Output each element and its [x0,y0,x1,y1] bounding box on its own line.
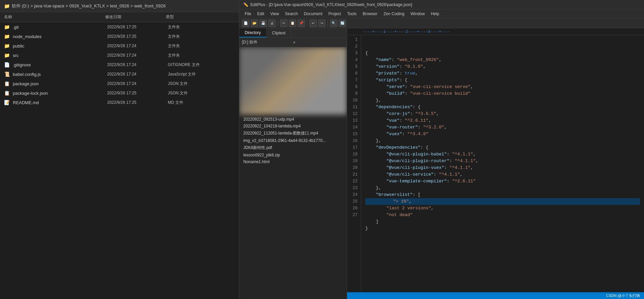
menu-zen coding[interactable]: Zen Coding [381,11,407,17]
col-date-header: 修改日期 [105,14,166,20]
dir-dropdown-label: [D:] 软件 [242,39,293,45]
file-date: 2022/9/26 17:25 [107,34,168,39]
toolbar-find[interactable]: 🔍 [330,20,337,27]
dir-tree-area: 20220922_092513-udp.mp420220922_104218-l… [239,47,347,299]
code-line: "build": "vue-cli-service build" [365,90,640,97]
line-number: 1 [347,36,358,43]
file-row[interactable]: 📁 .git 2022/9/26 17:25 文件夹 [0,22,239,32]
code-line: "dependencies": { [365,104,640,111]
tab-directory[interactable]: Directory [239,28,267,37]
toolbar-save[interactable]: 💾 [259,20,267,27]
toolbar-new[interactable]: 📄 [242,20,249,27]
file-name: .gitignore [13,62,107,67]
line-number: 15 [347,131,358,138]
toolbar-paste[interactable]: 📌 [298,20,305,27]
file-icon: 📝 [4,100,11,105]
code-line: "vue-template-compiler": "^2.6.11" [365,178,640,185]
menu-edit[interactable]: Edit [254,11,267,17]
file-icon: 📁 [4,43,11,49]
toolbar-cut[interactable]: ✂ [280,20,287,27]
menu-search[interactable]: Search [282,11,301,17]
menubar: FileEditViewSearchDocumentProjectToolsBr… [239,9,644,18]
breadcrumb: 📁 软件 (D:) > java-Vue-space > 0926_Vue3_K… [0,0,239,12]
toolbar-undo[interactable]: ↩ [309,20,317,27]
file-name: babel.config.js [13,72,107,77]
file-date: 2022/9/26 17:24 [107,72,168,77]
file-row[interactable]: 📁 node_modules 2022/9/26 17:25 文件夹 [0,32,239,41]
file-type: JSON 文件 [168,90,235,96]
toolbar-replace[interactable]: 🔄 [339,20,346,27]
file-row[interactable]: 📁 public 2022/9/26 17:24 文件夹 [0,41,239,51]
code-editor: ----+----1----+----2----+----3----+---- … [347,28,644,299]
dir-file-item[interactable]: img_v2_b3718081-2961-4a44-9132-4b1770... [239,137,347,144]
file-list: 📁 .git 2022/9/26 17:25 文件夹 📁 node_module… [0,22,239,299]
code-line: "devDependencies": { [365,144,640,151]
line-number: 22 [347,178,358,185]
code-line: } [365,225,640,232]
file-icon: 📁 [4,34,11,39]
col-type-header: 类型 [166,14,235,20]
dir-file-item[interactable]: 20220922_092513-udp.mp4 [239,116,347,123]
menu-file[interactable]: File [242,11,254,17]
dir-file-item[interactable]: 20220922_104218-lambda.mp4 [239,123,347,129]
file-row[interactable]: 📄 .gitignore 2022/9/26 17:24 GITIGNORE 文… [0,60,239,69]
menu-window[interactable]: Window [408,11,428,17]
toolbar-redo[interactable]: ↪ [318,20,326,27]
code-line: "core-js": "^3.6.5", [365,111,640,117]
line-number: 18 [347,151,358,158]
dir-file-list: 20220922_092513-udp.mp420220922_104218-l… [239,115,347,167]
code-line: ▶ "> 1%", [365,198,640,205]
file-date: 2022/9/26 17:25 [107,25,168,29]
code-line: "serve": "vue-cli-service serve", [365,84,640,90]
code-line: "vue": "^2.6.11", [365,117,640,124]
code-area[interactable]: 1234567891011121314151617181920212223242… [347,35,644,292]
file-row[interactable]: 📜 babel.config.js 2022/9/26 17:24 JavaSc… [0,69,239,79]
dir-file-item[interactable]: Noname1.html [239,158,347,165]
menu-help[interactable]: Help [428,11,442,17]
file-icon: 📄 [4,62,11,67]
code-line: "version": "0.1.0", [365,63,640,70]
file-explorer: 📁 软件 (D:) > java-Vue-space > 0926_Vue3_K… [0,0,239,299]
code-line: "vuex": "^3.4.0" [365,131,640,138]
toolbar[interactable]: 📄 📂 💾 🖨 ✂ 📋 📌 ↩ ↪ 🔍 🔄 [239,18,644,28]
menu-project[interactable]: Project [326,11,344,17]
toolbar-copy[interactable]: 📋 [289,20,296,27]
file-icon: 📋 [4,81,11,86]
file-type: 文件夹 [168,53,235,58]
toolbar-print[interactable]: 🖨 [268,20,276,27]
file-row[interactable]: 📝 README.md 2022/9/26 17:25 MD 文件 [0,98,239,107]
sidebar-tabs: Directory Cliptext [239,28,347,38]
file-row[interactable]: 📋 package.json 2022/9/26 17:24 JSON 文件 [0,79,239,88]
file-row[interactable]: 📋 package-lock.json 2022/9/26 17:25 JSON… [0,88,239,98]
file-icon: 📁 [4,24,11,30]
code-line: "@vue/cli-plugin-router": "^4.1.1", [365,158,640,165]
file-icon: 📁 [4,53,11,58]
code-line: ] [365,218,640,225]
line-number: 7 [347,77,358,84]
file-name: .git [13,25,107,30]
line-number: 13 [347,117,358,124]
dir-file-item[interactable]: lesson0922_jdk8.zip [239,152,347,158]
menu-tools[interactable]: Tools [344,11,359,17]
file-name: package-lock.json [13,91,107,96]
toolbar-sep2 [307,20,307,26]
code-line: "@vue/cli-plugin-babel": "^4.1.1", [365,151,640,158]
line-number: 24 [347,191,358,198]
code-line: { [365,50,640,57]
tab-cliptext[interactable]: Cliptext [267,28,291,37]
menu-view[interactable]: View [268,11,282,17]
toolbar-open[interactable]: 📂 [251,20,258,27]
dir-file-item[interactable]: JDK8新特性.pdf [239,144,347,152]
file-icon: 📋 [4,90,11,96]
code-content[interactable]: { "name": "web_front_0926", "version": "… [361,35,644,292]
code-line: "@vue/cli-service": "^4.1.1", [365,171,640,178]
file-name: src [13,53,107,58]
file-type: 文件夹 [168,43,235,49]
dir-dropdown[interactable]: [D:] 软件 ▾ [239,38,347,47]
file-row[interactable]: 📁 src 2022/9/26 17:24 文件夹 [0,51,239,60]
line-number: 20 [347,165,358,171]
menu-browser[interactable]: Browser [360,11,380,17]
menu-document[interactable]: Document [301,11,325,17]
file-type: JavaScript 文件 [168,71,235,77]
dir-file-item[interactable]: 20220922_112051-lambda-图数接口.mp4 [239,129,347,137]
